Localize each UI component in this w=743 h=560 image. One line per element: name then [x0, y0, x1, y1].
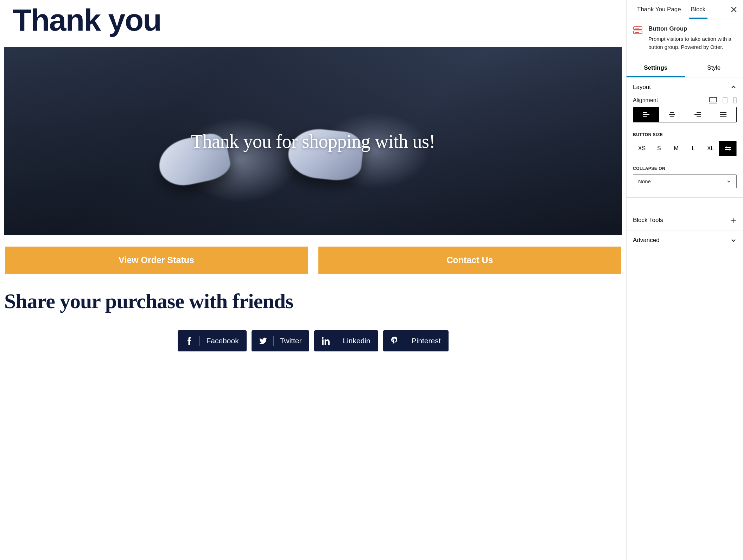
pinterest-button[interactable]: Pinterest: [383, 330, 449, 351]
block-tools-panel: Block Tools: [627, 210, 743, 230]
alignment-label: Alignment: [633, 97, 658, 103]
size-l-button[interactable]: L: [685, 141, 702, 156]
layout-panel-label: Layout: [633, 84, 651, 91]
svg-point-23: [728, 149, 730, 151]
inner-tabs: Settings Style: [627, 59, 743, 77]
divider: [199, 336, 200, 346]
view-order-button[interactable]: View Order Status: [5, 247, 308, 274]
advanced-panel-toggle[interactable]: Advanced: [627, 230, 743, 250]
collapse-on-label: COLLAPSE ON: [633, 166, 737, 171]
alignment-toggle-group: [633, 107, 737, 122]
desktop-device-button[interactable]: [709, 97, 717, 103]
block-tools-panel-toggle[interactable]: Block Tools: [627, 210, 743, 230]
twitter-button[interactable]: Twitter: [252, 330, 310, 351]
tab-page[interactable]: Thank You Page: [632, 0, 686, 19]
size-custom-button[interactable]: [719, 141, 736, 156]
close-sidebar-button[interactable]: [728, 3, 740, 16]
share-heading: Share your purchase with friends: [4, 289, 622, 313]
divider: [273, 336, 274, 346]
block-header: Button Group Prompt visitors to take act…: [627, 19, 743, 59]
block-tools-label: Block Tools: [633, 217, 663, 224]
align-left-icon: [642, 112, 650, 118]
close-icon: [730, 6, 737, 13]
align-right-button[interactable]: [685, 107, 711, 122]
layout-panel-body: Alignment: [627, 97, 743, 197]
size-xl-button[interactable]: XL: [702, 141, 719, 156]
hero-cover-block[interactable]: Thank you for shopping with us!: [4, 47, 622, 235]
advanced-label: Advanced: [633, 237, 660, 244]
button-group-block[interactable]: View Order Status Contact Us: [4, 246, 622, 274]
sliders-icon: [724, 146, 731, 151]
divider: [336, 336, 336, 346]
svg-rect-7: [734, 97, 736, 103]
align-justify-icon: [719, 112, 727, 118]
social-buttons-row: Facebook Twitter Linkedin Pinterest: [4, 330, 622, 351]
block-title: Button Group: [648, 25, 737, 32]
alignment-row: Alignment: [633, 97, 737, 103]
sidebar-tabs: Thank You Page Block: [627, 0, 743, 19]
plus-icon: [730, 217, 737, 224]
block-description: Prompt visitors to take action with a bu…: [648, 35, 737, 51]
size-s-button[interactable]: S: [650, 141, 668, 156]
twitter-label: Twitter: [280, 337, 302, 345]
pinterest-label: Pinterest: [412, 337, 441, 345]
tablet-icon: [723, 97, 728, 103]
page-title: Thank you: [13, 2, 622, 38]
svg-point-21: [725, 147, 727, 148]
panel-separator: [627, 198, 743, 210]
button-size-group: XS S M L XL: [633, 141, 737, 156]
collapse-on-value: None: [638, 178, 651, 184]
button-group-icon: [633, 25, 643, 51]
desktop-icon: [709, 97, 717, 103]
hero-heading: Thank you for shopping with us!: [191, 131, 435, 152]
layout-panel-toggle[interactable]: Layout: [627, 77, 743, 97]
align-justify-button[interactable]: [711, 107, 736, 122]
size-m-button[interactable]: M: [668, 141, 685, 156]
facebook-icon: [185, 337, 193, 345]
button-size-label: BUTTON SIZE: [633, 132, 737, 137]
pinterest-icon: [391, 337, 399, 345]
linkedin-icon: [322, 337, 330, 345]
svg-rect-6: [723, 97, 727, 103]
tab-block[interactable]: Block: [686, 0, 711, 19]
tab-settings[interactable]: Settings: [627, 59, 685, 77]
align-center-icon: [668, 112, 676, 118]
align-center-button[interactable]: [659, 107, 685, 122]
linkedin-label: Linkedin: [343, 337, 370, 345]
tablet-device-button[interactable]: [723, 97, 728, 103]
size-xs-button[interactable]: XS: [633, 141, 650, 156]
advanced-panel: Advanced: [627, 230, 743, 250]
block-settings-sidebar: Thank You Page Block Button Group Prompt…: [626, 0, 743, 560]
align-left-button[interactable]: [633, 107, 659, 122]
twitter-icon: [259, 337, 267, 344]
editor-canvas[interactable]: Thank you Thank you for shopping with us…: [0, 0, 626, 560]
mobile-icon: [733, 97, 737, 103]
chevron-down-icon: [726, 179, 731, 184]
svg-rect-4: [710, 97, 717, 102]
linkedin-button[interactable]: Linkedin: [314, 330, 378, 351]
collapse-on-select[interactable]: None: [633, 174, 737, 188]
chevron-up-icon: [730, 84, 737, 90]
responsive-device-switcher: [709, 97, 737, 103]
facebook-button[interactable]: Facebook: [178, 330, 246, 351]
align-right-icon: [694, 112, 701, 118]
layout-panel: Layout Alignment: [627, 77, 743, 198]
tab-style[interactable]: Style: [685, 59, 743, 77]
facebook-label: Facebook: [206, 337, 239, 345]
mobile-device-button[interactable]: [733, 97, 737, 103]
contact-us-button[interactable]: Contact Us: [318, 247, 621, 274]
divider: [405, 336, 405, 346]
chevron-down-icon: [730, 237, 737, 243]
